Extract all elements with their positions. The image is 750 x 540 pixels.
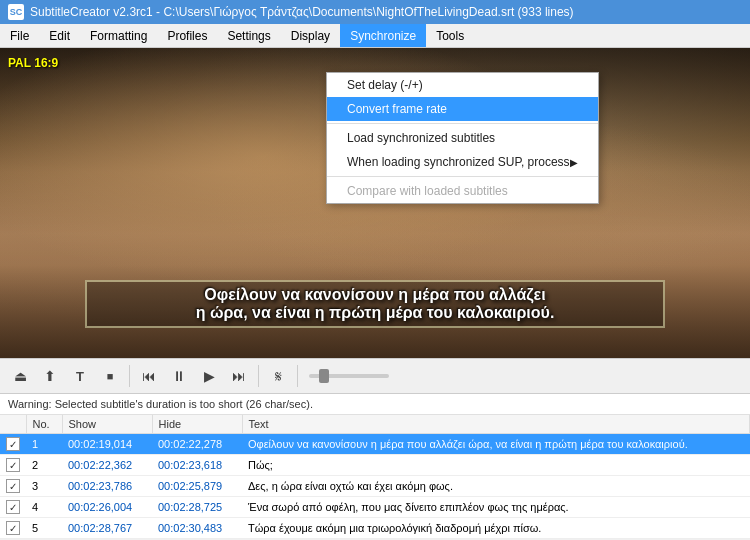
table-body: 1 00:02:19,014 00:02:22,278 Οφείλουν να … bbox=[0, 434, 750, 539]
table-row[interactable]: 1 00:02:19,014 00:02:22,278 Οφείλουν να … bbox=[0, 434, 750, 455]
row-text: Ένα σωρό από οφέλη, που μας δίνειτο επιπ… bbox=[242, 497, 750, 518]
menu-settings[interactable]: Settings bbox=[217, 24, 280, 47]
row-checkbox[interactable] bbox=[6, 437, 20, 451]
table-row[interactable]: 4 00:02:26,004 00:02:28,725 Ένα σωρό από… bbox=[0, 497, 750, 518]
row-text: Πώς; bbox=[242, 455, 750, 476]
row-checkbox[interactable] bbox=[6, 479, 20, 493]
table-row[interactable]: 5 00:02:28,767 00:02:30,483 Τώρα έχουμε … bbox=[0, 518, 750, 539]
row-hide-time: 00:02:30,483 bbox=[152, 518, 242, 539]
eject-button[interactable]: ⏏ bbox=[6, 362, 34, 390]
submenu-arrow-icon: ▶ bbox=[570, 157, 578, 168]
toolbar-sep-1 bbox=[129, 365, 130, 387]
menu-file[interactable]: File bbox=[0, 24, 39, 47]
subtitle-display: Οφείλουν να κανονίσουν η μέρα που αλλάζε… bbox=[85, 280, 665, 328]
row-hide-time: 00:02:25,879 bbox=[152, 476, 242, 497]
row-show-time: 00:02:19,014 bbox=[62, 434, 152, 455]
toolbar-sep-3 bbox=[297, 365, 298, 387]
row-hide-time: 00:02:23,618 bbox=[152, 455, 242, 476]
row-checkbox-cell[interactable] bbox=[0, 476, 26, 497]
toolbar-sep-2 bbox=[258, 365, 259, 387]
row-checkbox[interactable] bbox=[6, 500, 20, 514]
menu-load-synchronized[interactable]: Load synchronized subtitles bbox=[327, 126, 598, 150]
subtitles-table: No. Show Hide Text 1 00:02:19,014 00:02:… bbox=[0, 415, 750, 539]
table-header: No. Show Hide Text bbox=[0, 415, 750, 434]
menu-compare-loaded: Compare with loaded subtitles bbox=[327, 179, 598, 203]
row-checkbox-cell[interactable] bbox=[0, 518, 26, 539]
row-number: 2 bbox=[26, 455, 62, 476]
menu-display[interactable]: Display bbox=[281, 24, 340, 47]
synchronize-dropdown: Set delay (-/+) Convert frame rate Load … bbox=[326, 72, 599, 204]
position-slider[interactable] bbox=[309, 374, 389, 378]
col-header-text: Text bbox=[242, 415, 750, 434]
skip-forward-button[interactable]: ⏭ bbox=[225, 362, 253, 390]
dropdown-separator bbox=[327, 123, 598, 124]
skip-back-button[interactable]: ⏮ bbox=[135, 362, 163, 390]
row-number: 5 bbox=[26, 518, 62, 539]
subtitle-line2: η ώρα, να είναι η πρώτη μέρα του καλοκαι… bbox=[196, 304, 555, 321]
video-area: PAL 16:9 Οφείλουν να κανονίσουν η μέρα π… bbox=[0, 48, 750, 358]
row-hide-time: 00:02:28,725 bbox=[152, 497, 242, 518]
stop-button[interactable]: ■ bbox=[96, 362, 124, 390]
play-button[interactable]: ▶ bbox=[195, 362, 223, 390]
table-row[interactable]: 3 00:02:23,786 00:02:25,879 Δες, η ώρα ε… bbox=[0, 476, 750, 497]
col-header-no: No. bbox=[26, 415, 62, 434]
app-icon: SC bbox=[8, 4, 24, 20]
title-text: SubtitleCreator v2.3rc1 - C:\Users\Γιώργ… bbox=[30, 5, 574, 19]
menu-tools[interactable]: Tools bbox=[426, 24, 474, 47]
dropdown-separator-2 bbox=[327, 176, 598, 177]
title-bar: SC SubtitleCreator v2.3rc1 - C:\Users\Γι… bbox=[0, 0, 750, 24]
row-text: Δες, η ώρα είναι οχτώ και έχει ακόμη φως… bbox=[242, 476, 750, 497]
col-header-hide: Hide bbox=[152, 415, 242, 434]
pal-label: PAL 16:9 bbox=[8, 56, 58, 70]
move-up-button[interactable]: ⬆ bbox=[36, 362, 64, 390]
menu-formatting[interactable]: Formatting bbox=[80, 24, 157, 47]
row-checkbox-cell[interactable] bbox=[0, 434, 26, 455]
menu-edit[interactable]: Edit bbox=[39, 24, 80, 47]
row-number: 1 bbox=[26, 434, 62, 455]
row-hide-time: 00:02:22,278 bbox=[152, 434, 242, 455]
row-show-time: 00:02:23,786 bbox=[62, 476, 152, 497]
slider-thumb[interactable] bbox=[319, 369, 329, 383]
menu-set-delay[interactable]: Set delay (-/+) bbox=[327, 73, 598, 97]
table-area: Warning: Selected subtitle's duration is… bbox=[0, 394, 750, 539]
warning-text: Warning: Selected subtitle's duration is… bbox=[8, 398, 313, 410]
table-row[interactable]: 2 00:02:22,362 00:02:23,618 Πώς; bbox=[0, 455, 750, 476]
menu-when-loading-sup[interactable]: When loading synchronized SUP, process ▶ bbox=[327, 150, 598, 174]
row-show-time: 00:02:22,362 bbox=[62, 455, 152, 476]
subtitle-play-button[interactable]: 𝄋 bbox=[264, 363, 292, 391]
row-show-time: 00:02:28,767 bbox=[62, 518, 152, 539]
row-text: Οφείλουν να κανονίσουν η μέρα που αλλάζε… bbox=[242, 434, 750, 455]
pause-button[interactable]: ⏸ bbox=[165, 362, 193, 390]
row-checkbox[interactable] bbox=[6, 521, 20, 535]
menu-bar: File Edit Formatting Profiles Settings D… bbox=[0, 24, 750, 48]
menu-synchronize[interactable]: Synchronize bbox=[340, 24, 426, 47]
row-show-time: 00:02:26,004 bbox=[62, 497, 152, 518]
col-header-checkbox bbox=[0, 415, 26, 434]
row-checkbox-cell[interactable] bbox=[0, 455, 26, 476]
menu-profiles[interactable]: Profiles bbox=[157, 24, 217, 47]
warning-bar: Warning: Selected subtitle's duration is… bbox=[0, 394, 750, 415]
row-checkbox-cell[interactable] bbox=[0, 497, 26, 518]
subtitle-line1: Οφείλουν να κανονίσουν η μέρα που αλλάζε… bbox=[204, 286, 545, 303]
toolbar: ⏏ ⬆ T ■ ⏮ ⏸ ▶ ⏭ 𝄋 bbox=[0, 358, 750, 394]
menu-convert-frame-rate[interactable]: Convert frame rate bbox=[327, 97, 598, 121]
row-number: 3 bbox=[26, 476, 62, 497]
text-button[interactable]: T bbox=[66, 362, 94, 390]
row-number: 4 bbox=[26, 497, 62, 518]
row-text: Τώρα έχουμε ακόμη μια τριωρολόγική διαδρ… bbox=[242, 518, 750, 539]
col-header-show: Show bbox=[62, 415, 152, 434]
row-checkbox[interactable] bbox=[6, 458, 20, 472]
